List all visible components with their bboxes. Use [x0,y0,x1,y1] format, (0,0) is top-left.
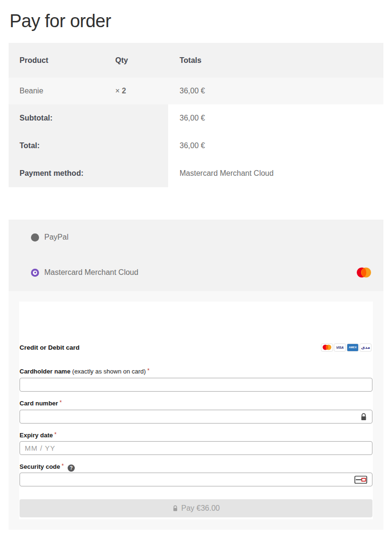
payment-methods-list: PayPal Mastercard Merchant Cloud [9,220,383,291]
order-total-row: Total: 36,00 € [9,132,383,160]
payment-method-value: Mastercard Merchant Cloud [168,160,383,187]
expiry-date-input[interactable] [20,441,372,455]
paypal-radio[interactable] [31,233,39,242]
payment-box: Credit or Debit card VISA AMEX مدى C [9,291,383,530]
cvv-card-icon [354,475,367,484]
required-asterisk: * [54,431,57,438]
security-code-help-icon[interactable]: ? [68,464,75,472]
security-code-input[interactable] [20,473,372,486]
mastercard-cloud-label[interactable]: Mastercard Merchant Cloud [44,268,138,277]
order-item-name: Beanie [9,87,104,95]
required-asterisk: * [60,399,62,406]
card-payment-form: Credit or Debit card VISA AMEX مدى C [19,302,373,519]
security-code-label: Security code*? [20,463,372,470]
order-subtotal-row: Subtotal: 36,00 € [9,104,383,132]
mastercard-badge-icon [322,344,332,351]
subtotal-value: 36,00 € [168,104,383,132]
qty-sign: × [115,87,120,95]
card-form-title: Credit or Debit card [20,344,80,351]
required-asterisk: * [61,463,64,469]
cardholder-name-label: Cardholder name (exactly as shown on car… [20,367,372,374]
pay-lock-icon [172,505,178,512]
card-number-label: Card number* [20,399,372,406]
mada-badge-icon: مدى [360,344,371,351]
lock-icon [360,413,367,421]
subtotal-label: Subtotal: [9,104,168,132]
page-title: Pay for order [10,10,392,32]
payment-method-mastercard-cloud[interactable]: Mastercard Merchant Cloud [31,254,371,291]
required-asterisk: * [147,367,150,374]
order-payment-method-row: Payment method: Mastercard Merchant Clou… [9,160,383,187]
card-number-input[interactable] [20,410,372,424]
amex-badge-icon: AMEX [347,344,358,351]
order-item-total: 36,00 € [168,87,383,95]
column-header-qty: Qty [104,56,168,65]
total-label: Total: [9,132,168,160]
pay-button[interactable]: Pay €36.00 [20,499,372,517]
expiry-date-label: Expiry date* [20,431,372,438]
mastercard-logo-icon [357,267,371,278]
accepted-cards: VISA AMEX مدى [322,344,371,351]
column-header-product: Product [9,56,104,65]
visa-badge-icon: VISA [334,344,345,351]
paypal-label[interactable]: PayPal [44,233,69,242]
mastercard-cloud-radio[interactable] [31,269,39,277]
qty-value: 2 [122,87,126,95]
order-item-qty: × 2 [104,87,168,95]
payment-section: PayPal Mastercard Merchant Cloud Credit … [9,220,383,530]
pay-button-label: Pay €36.00 [181,504,220,513]
payment-method-paypal[interactable]: PayPal [31,220,371,254]
order-item-row: Beanie × 2 36,00 € [9,78,383,104]
cardholder-name-input[interactable] [20,378,372,392]
payment-method-label: Payment method: [9,160,168,187]
order-summary-table: Product Qty Totals Beanie × 2 36,00 € Su… [9,43,383,187]
column-header-totals: Totals [168,56,383,65]
order-table-header: Product Qty Totals [9,43,383,78]
total-value: 36,00 € [168,132,383,160]
